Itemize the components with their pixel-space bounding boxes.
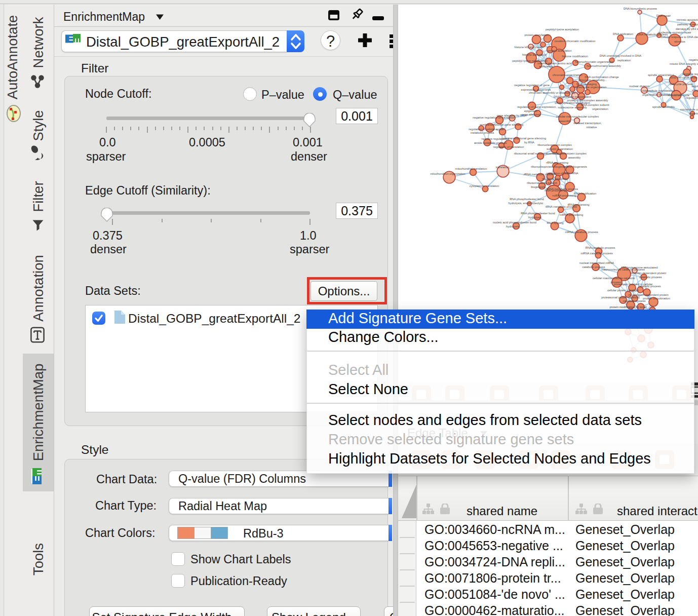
svg-text:mRNA metabolic process: mRNA metabolic process (565, 230, 598, 234)
svg-text:DNA complex subunit: DNA complex subunit (581, 103, 609, 106)
svg-text:DNA replication: DNA replication (613, 32, 633, 35)
svg-text:mRNA catabolic process: mRNA catabolic process (580, 252, 612, 255)
svg-text:stimulus: stimulus (674, 40, 685, 43)
svg-text:rRNA processing: rRNA processing (546, 161, 568, 164)
svg-text:mitotic DNA integrity ch: mitotic DNA integrity ch (670, 62, 698, 65)
svg-text:regulation of cellular amide: regulation of cellular amide (469, 128, 503, 131)
svg-text:by RNA: by RNA (524, 141, 534, 144)
svg-text:DNA unwinding involved in DNA: DNA unwinding involved in DNA (600, 54, 642, 57)
svg-text:negative regulation of gene: negative regulation of gene (514, 84, 550, 87)
svg-text:heterochromatin organization: heterochromatin organization (575, 60, 613, 63)
svg-text:RNA splicing: RNA splicing (547, 221, 564, 224)
svg-text:ribosomal small subunit assemb: ribosomal small subunit assembly (514, 152, 558, 155)
svg-text:subunit organization: subunit organization (547, 147, 573, 150)
svg-text:heterochromatin assembly: heterochromatin assembly (587, 64, 621, 67)
svg-text:phase: phase (692, 89, 698, 92)
svg-text:organization: organization (592, 107, 608, 110)
svg-text:DNA replication-independent: DNA replication-independent (554, 95, 591, 98)
svg-text:replication: replication (617, 59, 631, 62)
svg-text:DNA biosynthetic process: DNA biosynthetic process (624, 7, 657, 10)
svg-text:intrinsic apoptotic: intrinsic apoptotic (677, 18, 698, 21)
svg-text:catabolic process: catabolic process (638, 285, 661, 288)
svg-text:pathway in respons: pathway in respons (677, 23, 698, 26)
svg-text:cellular macromolecule catabol: cellular macromolecule catabolic (593, 277, 635, 280)
svg-text:RNA phosphodiester bond: RNA phosphodiester bond (510, 198, 544, 201)
svg-text:amide metabolic process: amide metabolic process (474, 141, 507, 144)
svg-text:negative re: negative re (689, 58, 698, 61)
svg-text:chromatin assembly or disassem: chromatin assembly or disassembly (529, 91, 575, 94)
svg-text:histone H3 acetylation: histone H3 acetylation (514, 46, 543, 49)
svg-text:protein modification by small: protein modification by small (609, 305, 646, 309)
svg-text:cell cycle process: cell cycle process (670, 83, 693, 86)
svg-text:DNA repair: DNA repair (656, 14, 671, 17)
svg-text:negative regulatio: negative regulatio (682, 72, 698, 75)
svg-text:mRNA processing: mRNA processing (560, 213, 583, 216)
svg-text:histone acetylation: histone acetylation (522, 53, 547, 56)
svg-text:protein acetylation: protein acetylation (548, 49, 571, 52)
svg-text:regulation of c: regulation of c (686, 96, 698, 99)
svg-text:nuclear-transcribed mRNA: nuclear-transcribed mRNA (579, 261, 614, 264)
svg-text:ionic cell cycle arrest: ionic cell cycle arrest (670, 76, 697, 79)
svg-text:biogenesis: biogenesis (531, 185, 545, 188)
svg-text:translation: translation (496, 166, 510, 169)
svg-text:tRNA processing: tRNA processing (567, 203, 589, 206)
svg-text:ubiquitin-dependent protein: ubiquitin-dependent protein (631, 272, 666, 275)
svg-text:metabolic process: metabolic process (471, 131, 494, 134)
svg-text:assembly: assembly (568, 156, 581, 159)
svg-text:nucleosome organization: nucleosome organization (574, 86, 606, 89)
svg-text:microtubule organiz: microtubule organiz (680, 108, 698, 111)
svg-text:gene silencing: gene silencing (521, 113, 540, 116)
svg-text:ribonucleoprotein complex: ribonucleoprotein complex (537, 143, 572, 146)
svg-text:RNA phosphodiester bond: RNA phosphodiester bond (521, 212, 555, 215)
svg-text:microtubule cytoskeleton: microtubule cytoskeleton (642, 89, 675, 92)
svg-text:organizatio: organizatio (689, 112, 698, 115)
svg-text:catabolic process: catabolic process (639, 276, 662, 279)
svg-text:negative regulation of transla: negative regulation of translation (473, 116, 515, 119)
svg-text:chromatin organization: chromatin organization (553, 73, 583, 76)
svg-text:protein acetylation: protein acetylation (524, 33, 548, 36)
svg-text:ncRNA processing: ncRNA processing (552, 194, 576, 197)
svg-text:posttranscriptional gene silen: posttranscriptional gene silencing (480, 123, 523, 126)
svg-text:chromatin assembly...: chromatin assembly... (578, 79, 607, 82)
svg-text:ribosomal large subunit: ribosomal large subunit (527, 181, 557, 184)
svg-text:RNA processing: RNA processing (545, 189, 566, 192)
svg-text:nucleic acid phosphodiester bo: nucleic acid phosphodiester bond (493, 221, 536, 224)
svg-text:cellular response to DNA damag: cellular response to DNA damage (661, 35, 698, 38)
svg-text:ribosome assembly: ribosome assembly (542, 177, 567, 180)
svg-text:spindle assembly: spindle assembly (652, 105, 675, 108)
svg-text:histone modification: histone modification (562, 55, 588, 58)
svg-text:regulation of gene expression,: regulation of gene expression, (517, 105, 557, 108)
svg-text:protein ubiquitination: protein ubiquitination (643, 297, 670, 300)
svg-text:RNA catabolic process: RNA catabolic process (586, 246, 615, 249)
svg-text:RNA modification: RNA modification (574, 192, 596, 195)
svg-text:mitochondrial translation: mitochondrial translation (455, 167, 487, 170)
svg-text:regulat: regulat (691, 85, 698, 88)
svg-text:ATP/proteasome-associated: ATP/proteasome-associated (621, 266, 658, 269)
svg-text:catabolic process: catabolic process (623, 299, 646, 302)
svg-text:epigenetic: epigenetic (524, 109, 538, 112)
svg-text:hydrolysis: hydrolysis (528, 216, 541, 219)
svg-text:nuclear division: nuclear division (629, 85, 649, 88)
svg-text:peptidyl-lysine acetylation: peptidyl-lysine acetylation (546, 28, 579, 31)
svg-text:acetylation: acetylation (539, 65, 553, 68)
svg-text:initiative: initiative (587, 126, 597, 129)
svg-text:cytoplasmic translation: cytoplasmic translation (470, 184, 499, 187)
svg-text:cellular protein catabolic: cellular protein catabolic (607, 289, 639, 292)
svg-text:hydrolysis, endonucleolytic: hydrolysis, endonucleolytic (509, 202, 544, 205)
svg-text:damage by p53 clas: damage by p53 clas (676, 27, 698, 30)
svg-text:covalent chromatin modificatio: covalent chromatin modification (554, 40, 595, 43)
svg-text:cellular macromolecular comple: cellular macromolecular complex (556, 115, 599, 118)
svg-text:nucleotide excision repair: nucleotide excision repair (658, 31, 691, 34)
svg-text:posttranscriptional gene silen: posttranscriptional gene silencing (502, 137, 546, 140)
svg-text:mitochondrion organization: mitochondrion organization (430, 172, 466, 175)
svg-text:maturation of SSU-rRNA: maturation of SSU-rRNA (546, 172, 578, 175)
svg-text:hydrolysis: hydrolysis (506, 225, 519, 228)
svg-text:replated transcription,: replated transcription, (573, 122, 602, 125)
svg-text:proteasomal protein catabolic: proteasomal protein catabolic (601, 296, 640, 299)
svg-text:ncRNA biogenesis: ncRNA biogenesis (563, 165, 587, 168)
svg-text:regulation of translation: regulation of translation (493, 145, 524, 148)
svg-text:assembly: assembly (559, 120, 571, 123)
